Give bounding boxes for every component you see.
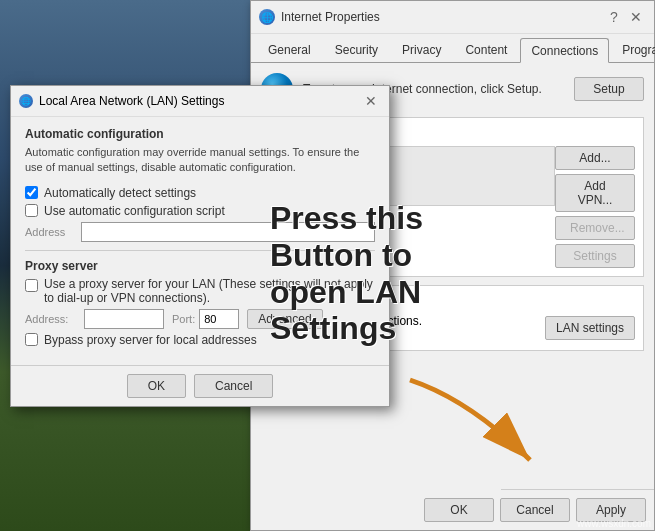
auto-detect-row: Automatically detect settings xyxy=(25,186,375,200)
lan-dialog-icon: 🌐 xyxy=(19,94,33,108)
settings-button[interactable]: Settings xyxy=(555,244,635,268)
lan-dialog-titlebar: 🌐 Local Area Network (LAN) Settings ✕ xyxy=(11,86,389,117)
close-button[interactable]: ✕ xyxy=(626,7,646,27)
proxy-checkbox[interactable] xyxy=(25,279,38,292)
lan-settings-button[interactable]: LAN settings xyxy=(545,316,635,340)
annotation-arrow xyxy=(390,360,550,480)
auto-detect-label: Automatically detect settings xyxy=(44,186,196,200)
proxy-addr-label: Address: xyxy=(25,313,80,325)
help-button[interactable]: ? xyxy=(604,7,624,27)
bypass-label: Bypass proxy server for local addresses xyxy=(44,333,257,347)
setup-button[interactable]: Setup xyxy=(574,77,644,101)
bypass-checkbox[interactable] xyxy=(25,333,38,346)
auto-config-title: Automatic configuration xyxy=(25,127,375,141)
add-vpn-button[interactable]: Add VPN... xyxy=(555,174,635,212)
watermark: www.wsxdn.com xyxy=(577,518,651,529)
address-label: Address xyxy=(25,226,75,238)
auto-script-checkbox[interactable] xyxy=(25,204,38,217)
remove-button[interactable]: Remove... xyxy=(555,216,635,240)
port-input[interactable] xyxy=(199,309,239,329)
tab-security[interactable]: Security xyxy=(324,38,389,62)
add-button[interactable]: Add... xyxy=(555,146,635,170)
lan-dialog-buttons: OK Cancel xyxy=(11,365,389,406)
tab-connections[interactable]: Connections xyxy=(520,38,609,63)
lan-dialog-title: Local Area Network (LAN) Settings xyxy=(39,94,224,108)
proxy-address-input[interactable] xyxy=(84,309,164,329)
tab-programs[interactable]: Programs xyxy=(611,38,655,62)
lan-dialog-close[interactable]: ✕ xyxy=(361,91,381,111)
auto-detect-checkbox[interactable] xyxy=(25,186,38,199)
auto-config-desc: Automatic configuration may override man… xyxy=(25,145,375,176)
tab-bar: General Security Privacy Content Connect… xyxy=(251,34,654,63)
ok-button[interactable]: OK xyxy=(424,498,494,522)
lan-cancel-button[interactable]: Cancel xyxy=(194,374,273,398)
lan-ok-button[interactable]: OK xyxy=(127,374,186,398)
cancel-button[interactable]: Cancel xyxy=(500,498,570,522)
tab-general[interactable]: General xyxy=(257,38,322,62)
window-title: Internet Properties xyxy=(281,10,380,24)
window-controls: ? ✕ xyxy=(604,7,646,27)
dial-up-buttons: Add... Add VPN... Remove... Settings xyxy=(555,146,635,268)
annotation-text: Press this Button to open LAN Settings xyxy=(270,200,480,347)
titlebar: 🌐 Internet Properties ? ✕ xyxy=(251,1,654,34)
port-label: Port: xyxy=(172,313,195,325)
auto-script-label: Use automatic configuration script xyxy=(44,204,225,218)
tab-privacy[interactable]: Privacy xyxy=(391,38,452,62)
tab-content[interactable]: Content xyxy=(454,38,518,62)
window-icon: 🌐 xyxy=(259,9,275,25)
